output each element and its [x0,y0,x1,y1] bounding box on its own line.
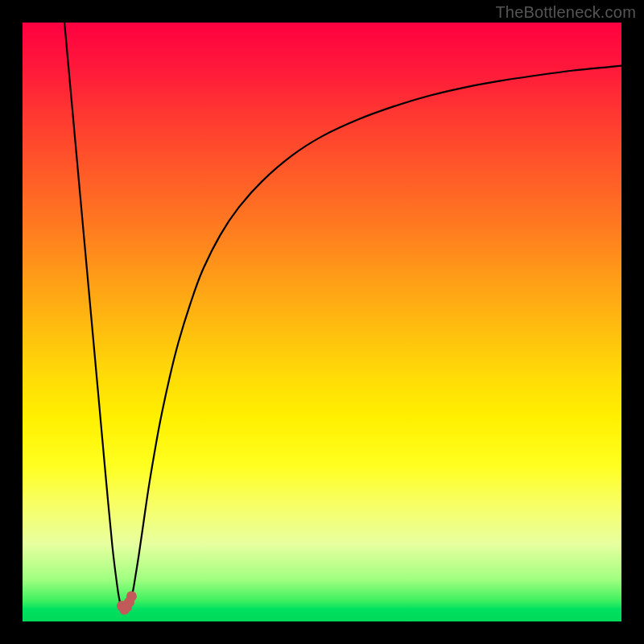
chart-svg [23,23,621,621]
bottleneck-curve [64,23,621,611]
marker-dip [117,591,137,614]
chart-frame: TheBottleneck.com [0,0,644,644]
plot-area [23,23,621,621]
attribution-text: TheBottleneck.com [495,3,636,22]
marker-dot [126,591,137,601]
